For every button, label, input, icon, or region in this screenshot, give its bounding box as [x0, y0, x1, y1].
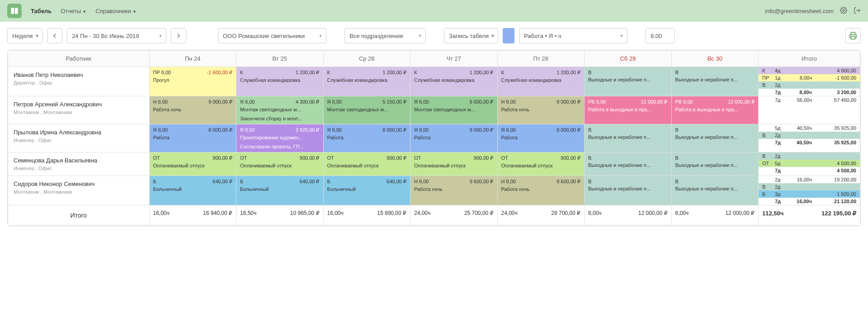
header-email[interactable]: info@greentimesheet.com: [765, 8, 834, 14]
day-cell[interactable]: Я 8,008 000,00 ₽Работа: [323, 124, 410, 152]
employee-cell[interactable]: Прылова Ирина АлександровнаИнженер , Офи…: [8, 124, 150, 152]
cell-code: Н 8,00: [501, 99, 516, 105]
cell-code: В: [588, 70, 591, 75]
cell-desc: Работа: [324, 134, 410, 143]
employee-cell[interactable]: Семенцова Дарья ВасильевнаИнженер , Офис: [8, 152, 150, 176]
day-cell[interactable]: Я 8,006 000,00 ₽Монтаж светодиодных м...: [410, 96, 498, 124]
svg-rect-4: [851, 37, 855, 39]
cell-desc: Выходные и нерабочие п...: [672, 76, 759, 85]
logout-icon[interactable]: [854, 7, 861, 15]
day-cell[interactable]: Н 8,009 000,00 ₽Работа ночь: [497, 96, 585, 124]
cell-code: Я 8,00: [414, 127, 429, 133]
cell-desc: Оплачиваемый отпуск: [324, 162, 410, 171]
day-cell[interactable]: Я 8,005 150,00 ₽Монтаж светодиодных м...: [323, 96, 410, 124]
cell-code: Я 8,00: [327, 127, 342, 133]
day-cell[interactable]: Я 8,008 000,00 ₽Работа: [497, 124, 585, 152]
gear-icon[interactable]: [840, 7, 847, 15]
day-cell[interactable]: ВВыходные и нерабочие п...: [585, 176, 672, 205]
day-cell[interactable]: ОТ900,00 ₽Оплачиваемый отпуск: [236, 152, 324, 176]
day-cell[interactable]: Б640,00 ₽Больничный: [323, 176, 410, 205]
day-cell[interactable]: ОТ900,00 ₽Оплачиваемый отпуск: [323, 152, 410, 176]
cell-amount: 9 000,00 ₽: [208, 99, 232, 105]
employee-cell[interactable]: Петров Арсений АлександровичМонтажник , …: [8, 96, 150, 124]
day-cell[interactable]: ОТ900,00 ₽Оплачиваемый отпуск: [497, 152, 585, 176]
day-cell[interactable]: ОТ900,00 ₽Оплачиваемый отпуск: [410, 152, 498, 176]
total-line: 7д56,00ч57 450,00: [759, 96, 860, 104]
cell-desc: Выходные и нерабочие п...: [585, 133, 671, 143]
total-cell: К4д4 800,00ПР1д8,00ч-1 600,00В2д7д8,00ч3…: [759, 67, 860, 96]
cell-desc: Служебная командировка: [498, 76, 585, 86]
mode-select[interactable]: Запись табеля: [444, 28, 498, 43]
nav-refs[interactable]: Справочники▼: [95, 8, 137, 14]
hours-input[interactable]: [646, 28, 675, 43]
day-cell[interactable]: ВВыходные и нерабочие п...: [671, 124, 759, 152]
day-cell[interactable]: ВВыходные и нерабочие п...: [585, 152, 672, 176]
day-cell[interactable]: ПР 8,00-1 600,00 ₽Прогул: [149, 67, 236, 96]
color-swatch[interactable]: [503, 28, 514, 43]
cell-amount: 12 000,00 ₽: [728, 99, 755, 105]
day-cell[interactable]: ВВыходные и нерабочие п...: [671, 67, 759, 96]
employee-role: Инженер , Офис: [14, 166, 144, 171]
cell-code: РВ 8,00: [588, 99, 606, 105]
total-line: ПР1д8,00ч-1 600,00: [759, 74, 860, 81]
cell-amount: 9 000,00 ₽: [557, 99, 580, 105]
cell-desc: Работа ночь: [410, 185, 497, 195]
cell-desc: Монтаж светодиодных м...: [410, 106, 497, 115]
col-wed: Ср 26: [323, 51, 410, 67]
footer-day: 24,00ч28 700,00 ₽: [497, 205, 585, 226]
employee-cell[interactable]: Иванов Петр НиколаевичДиректор , Офис: [8, 67, 150, 96]
print-button[interactable]: [845, 28, 861, 43]
cell-code: ПР 8,00: [153, 70, 171, 76]
cell-desc: Служебная командировка: [324, 76, 410, 86]
day-cell[interactable]: Я 8,503 925,00 ₽Проектирование художес..…: [236, 124, 324, 152]
day-cell[interactable]: РВ 8,0012 000,00 ₽Работа в выходные и пр…: [671, 96, 759, 124]
employee-role: Инженер , Офис: [14, 138, 144, 143]
col-fri: Пт 28: [497, 51, 585, 67]
day-cell[interactable]: Н 8,009 600,00 ₽Работа ночь: [497, 176, 585, 205]
cell-desc: Работа ночь: [498, 106, 585, 115]
day-cell[interactable]: ВВыходные и нерабочие п...: [585, 67, 672, 96]
day-cell[interactable]: Н 8,009 000,00 ₽Работа ночь: [149, 96, 236, 124]
cell-code: ОТ: [240, 155, 247, 161]
company-select[interactable]: ООО Ромашские светильники: [218, 28, 326, 43]
day-cell[interactable]: К1 200,00 ₽Служебная командировка: [323, 67, 410, 96]
day-cell[interactable]: ВВыходные и нерабочие п...: [585, 124, 672, 152]
nav-tabel[interactable]: Табель: [31, 8, 52, 14]
cell-amount: 9 600,00 ₽: [557, 179, 580, 185]
cell-desc: Выходные и нерабочие п...: [672, 133, 759, 143]
period-select[interactable]: Неделя: [7, 28, 42, 43]
cell-code: К: [240, 70, 243, 76]
prev-button[interactable]: [47, 28, 62, 43]
cell-desc: Выходные и нерабочие п...: [585, 185, 671, 194]
cell-desc: Выходные и нерабочие п...: [672, 185, 759, 194]
day-cell[interactable]: Б640,00 ₽Больничный: [149, 176, 236, 205]
day-cell[interactable]: ОТ900,00 ₽Оплачиваемый отпуск: [149, 152, 236, 176]
timesheet-grid: Работник Пн 24 Вт 25 Ср 26 Чт 27 Пт 28 С…: [7, 50, 861, 226]
department-select[interactable]: Все подразделения: [344, 28, 426, 43]
day-cell[interactable]: Н 8,009 600,00 ₽Работа ночь: [410, 176, 498, 205]
day-cell[interactable]: ВВыходные и нерабочие п...: [671, 152, 759, 176]
worktype-select[interactable]: Работа • Я • ч: [519, 28, 627, 43]
total-cell: В2дОТ5д4 500,007д4 500,00: [759, 152, 860, 176]
day-cell[interactable]: Я 8,004 300,00 ₽Монтаж светодиодных м...…: [236, 96, 324, 124]
total-line: 7д16,00ч21 120,00: [759, 198, 860, 205]
employee-cell[interactable]: Сидоров Никонор СеменовичМонтажник , Мон…: [8, 176, 150, 205]
day-cell[interactable]: К1 200,00 ₽Служебная командировка: [497, 67, 585, 96]
cell-extra: Закончили сборку и монт...: [236, 115, 323, 124]
day-cell[interactable]: Я 8,008 000,00 ₽Работа: [149, 124, 236, 152]
toolbar: Неделя 24 Пн - 30 Вс Июнь 2019 ООО Ромаш…: [0, 22, 868, 50]
day-cell[interactable]: ВВыходные и нерабочие п...: [671, 176, 759, 205]
print-icon: [849, 32, 857, 40]
cell-code: ОТ: [414, 155, 421, 161]
day-cell[interactable]: Б640,00 ₽Больничный: [236, 176, 324, 205]
day-cell[interactable]: К1 200,00 ₽Служебная командировка: [410, 67, 498, 96]
nav-reports[interactable]: Отчеты▼: [61, 8, 86, 14]
day-cell[interactable]: Я 8,008 000,00 ₽Работа: [410, 124, 498, 152]
cell-desc: Проектирование художес...: [236, 134, 323, 143]
day-cell[interactable]: РВ 8,0012 000,00 ₽Работа в выходные и пр…: [585, 96, 672, 124]
col-sun: Вс 30: [671, 51, 759, 67]
day-cell[interactable]: К1 200,00 ₽Служебная командировка: [236, 67, 324, 96]
date-range-select[interactable]: 24 Пн - 30 Вс Июнь 2019: [67, 28, 166, 43]
cell-desc: Служебная командировка: [410, 76, 497, 86]
next-button[interactable]: [171, 28, 186, 43]
